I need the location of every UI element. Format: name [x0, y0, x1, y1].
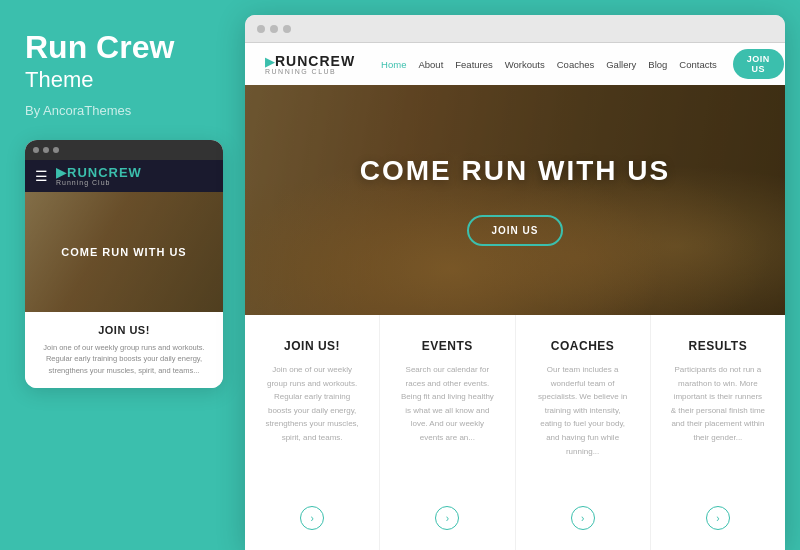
card-coaches: COACHES Our team includes a wonderful te… — [516, 315, 651, 550]
plus-icon: › — [716, 513, 719, 524]
site-nav-links: Home About Features Workouts Coaches Gal… — [381, 59, 717, 70]
nav-link-coaches[interactable]: Coaches — [557, 59, 595, 70]
left-panel: Run Crew Theme By AncoraThemes ☰ ▶RUNCRE… — [0, 0, 245, 550]
app-author: By AncoraThemes — [25, 103, 220, 118]
nav-link-features[interactable]: Features — [455, 59, 493, 70]
mobile-dot-2 — [43, 147, 49, 153]
card-events-icon[interactable]: › — [435, 506, 459, 530]
card-events: EVENTS Search our calendar for races and… — [380, 315, 515, 550]
hero-cta-button[interactable]: JOIN US — [467, 215, 562, 246]
hero-content: COME RUN WITH US JOIN US — [360, 155, 670, 246]
mobile-dot-3 — [53, 147, 59, 153]
plus-icon: › — [446, 513, 449, 524]
browser-dot-1 — [257, 25, 265, 33]
card-coaches-title: COACHES — [551, 339, 615, 353]
site-logo: ▶RUNCREW Running Club — [265, 54, 355, 75]
site-logo-club: Running Club — [265, 68, 355, 75]
site-cards: JOIN US! Join one of our weekly group ru… — [245, 315, 785, 550]
browser-dot-3 — [283, 25, 291, 33]
browser-bar — [245, 15, 785, 43]
card-events-title: EVENTS — [422, 339, 473, 353]
mobile-dot-1 — [33, 147, 39, 153]
mobile-join-text: Join one of our weekly group runs and wo… — [37, 342, 211, 376]
mobile-logo: ▶RUNCREW Running Club — [56, 166, 142, 186]
nav-link-contacts[interactable]: Contacts — [679, 59, 717, 70]
mobile-content: JOIN US! Join one of our weekly group ru… — [25, 312, 223, 388]
mobile-top-bar — [25, 140, 223, 160]
hero-title: COME RUN WITH US — [360, 155, 670, 187]
nav-link-gallery[interactable]: Gallery — [606, 59, 636, 70]
nav-link-home[interactable]: Home — [381, 59, 406, 70]
site-hero: COME RUN WITH US JOIN US — [245, 85, 785, 315]
card-coaches-text: Our team includes a wonderful team of sp… — [536, 363, 630, 492]
card-results-icon[interactable]: › — [706, 506, 730, 530]
card-join-text: Join one of our weekly group runs and wo… — [265, 363, 359, 492]
plus-icon: › — [581, 513, 584, 524]
mobile-nav: ☰ ▶RUNCREW Running Club — [25, 160, 223, 192]
mobile-logo-text: ▶RUNCREW — [56, 166, 142, 179]
hamburger-icon[interactable]: ☰ — [35, 168, 48, 184]
mobile-preview: ☰ ▶RUNCREW Running Club COME RUN WITH US… — [25, 140, 223, 388]
browser-dot-2 — [270, 25, 278, 33]
nav-cta-button[interactable]: JOIN US — [733, 49, 784, 79]
app-title: Run Crew — [25, 30, 220, 65]
card-join-title: JOIN US! — [284, 339, 340, 353]
card-events-text: Search our calendar for races and other … — [400, 363, 494, 492]
card-join-icon[interactable]: › — [300, 506, 324, 530]
site-nav: ▶RUNCREW Running Club Home About Feature… — [245, 43, 785, 85]
mobile-join-title: JOIN US! — [37, 324, 211, 336]
mobile-hero-title: COME RUN WITH US — [61, 246, 186, 258]
browser-content: ▶RUNCREW Running Club Home About Feature… — [245, 43, 785, 550]
mobile-hero: COME RUN WITH US — [25, 192, 223, 312]
card-results-text: Participants do not run a marathon to wi… — [671, 363, 765, 492]
browser-window: ▶RUNCREW Running Club Home About Feature… — [245, 15, 785, 550]
plus-icon: › — [310, 513, 313, 524]
card-results-title: RESULTS — [689, 339, 748, 353]
card-join: JOIN US! Join one of our weekly group ru… — [245, 315, 380, 550]
card-results: RESULTS Participants do not run a marath… — [651, 315, 785, 550]
site-logo-text: ▶RUNCREW — [265, 54, 355, 68]
nav-link-about[interactable]: About — [418, 59, 443, 70]
card-coaches-icon[interactable]: › — [571, 506, 595, 530]
app-subtitle: Theme — [25, 67, 220, 93]
mobile-logo-sub: Running Club — [56, 179, 142, 186]
nav-link-blog[interactable]: Blog — [648, 59, 667, 70]
nav-link-workouts[interactable]: Workouts — [505, 59, 545, 70]
